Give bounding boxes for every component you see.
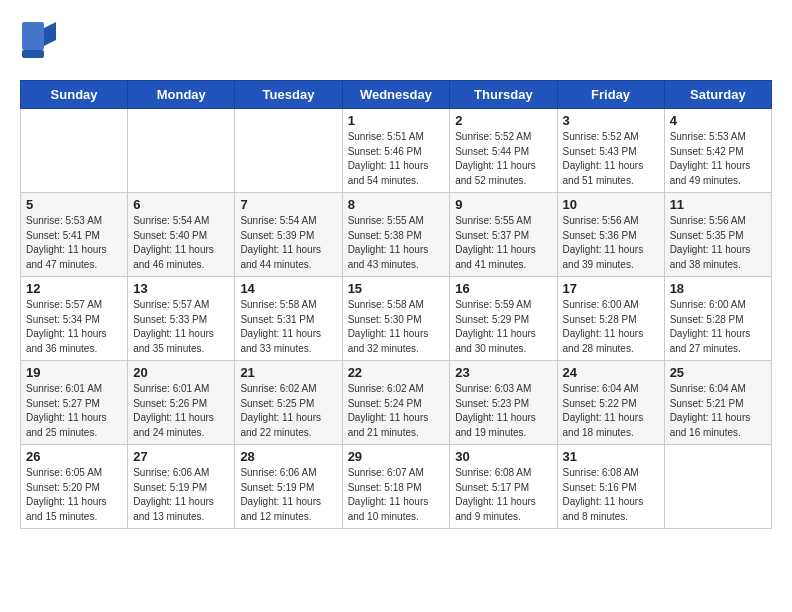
calendar-cell: 17Sunrise: 6:00 AMSunset: 5:28 PMDayligh… [557,277,664,361]
calendar-week-5: 26Sunrise: 6:05 AMSunset: 5:20 PMDayligh… [21,445,772,529]
day-number: 7 [240,197,336,212]
calendar-cell: 23Sunrise: 6:03 AMSunset: 5:23 PMDayligh… [450,361,557,445]
day-info: Sunrise: 5:55 AMSunset: 5:38 PMDaylight:… [348,214,445,272]
calendar-cell: 30Sunrise: 6:08 AMSunset: 5:17 PMDayligh… [450,445,557,529]
svg-marker-1 [44,22,56,46]
calendar-cell: 4Sunrise: 5:53 AMSunset: 5:42 PMDaylight… [664,109,771,193]
calendar-cell: 29Sunrise: 6:07 AMSunset: 5:18 PMDayligh… [342,445,450,529]
day-number: 15 [348,281,445,296]
weekday-header-saturday: Saturday [664,81,771,109]
day-number: 25 [670,365,766,380]
day-number: 21 [240,365,336,380]
calendar-cell: 14Sunrise: 5:58 AMSunset: 5:31 PMDayligh… [235,277,342,361]
day-number: 28 [240,449,336,464]
calendar-cell: 25Sunrise: 6:04 AMSunset: 5:21 PMDayligh… [664,361,771,445]
day-number: 6 [133,197,229,212]
calendar-cell: 26Sunrise: 6:05 AMSunset: 5:20 PMDayligh… [21,445,128,529]
day-info: Sunrise: 5:59 AMSunset: 5:29 PMDaylight:… [455,298,551,356]
page-container: SundayMondayTuesdayWednesdayThursdayFrid… [20,20,772,529]
day-number: 13 [133,281,229,296]
day-info: Sunrise: 5:58 AMSunset: 5:31 PMDaylight:… [240,298,336,356]
day-number: 27 [133,449,229,464]
calendar-cell: 2Sunrise: 5:52 AMSunset: 5:44 PMDaylight… [450,109,557,193]
day-info: Sunrise: 6:01 AMSunset: 5:26 PMDaylight:… [133,382,229,440]
day-number: 24 [563,365,659,380]
day-number: 29 [348,449,445,464]
calendar-cell: 19Sunrise: 6:01 AMSunset: 5:27 PMDayligh… [21,361,128,445]
day-info: Sunrise: 6:03 AMSunset: 5:23 PMDaylight:… [455,382,551,440]
day-info: Sunrise: 5:55 AMSunset: 5:37 PMDaylight:… [455,214,551,272]
calendar-cell: 27Sunrise: 6:06 AMSunset: 5:19 PMDayligh… [128,445,235,529]
day-number: 26 [26,449,122,464]
day-info: Sunrise: 6:07 AMSunset: 5:18 PMDaylight:… [348,466,445,524]
day-number: 5 [26,197,122,212]
day-info: Sunrise: 6:05 AMSunset: 5:20 PMDaylight:… [26,466,122,524]
day-info: Sunrise: 6:00 AMSunset: 5:28 PMDaylight:… [563,298,659,356]
day-info: Sunrise: 5:54 AMSunset: 5:39 PMDaylight:… [240,214,336,272]
calendar-cell: 9Sunrise: 5:55 AMSunset: 5:37 PMDaylight… [450,193,557,277]
weekday-header-wednesday: Wednesday [342,81,450,109]
day-number: 30 [455,449,551,464]
weekday-header-friday: Friday [557,81,664,109]
calendar-cell: 5Sunrise: 5:53 AMSunset: 5:41 PMDaylight… [21,193,128,277]
day-number: 14 [240,281,336,296]
day-info: Sunrise: 6:08 AMSunset: 5:17 PMDaylight:… [455,466,551,524]
calendar-week-3: 12Sunrise: 5:57 AMSunset: 5:34 PMDayligh… [21,277,772,361]
day-number: 10 [563,197,659,212]
calendar-week-4: 19Sunrise: 6:01 AMSunset: 5:27 PMDayligh… [21,361,772,445]
svg-rect-0 [22,22,44,50]
day-number: 19 [26,365,122,380]
day-info: Sunrise: 5:52 AMSunset: 5:44 PMDaylight:… [455,130,551,188]
day-number: 31 [563,449,659,464]
calendar-cell [128,109,235,193]
header [20,20,772,64]
day-number: 20 [133,365,229,380]
day-number: 1 [348,113,445,128]
day-info: Sunrise: 5:56 AMSunset: 5:35 PMDaylight:… [670,214,766,272]
day-info: Sunrise: 5:56 AMSunset: 5:36 PMDaylight:… [563,214,659,272]
weekday-header-monday: Monday [128,81,235,109]
calendar-cell: 13Sunrise: 5:57 AMSunset: 5:33 PMDayligh… [128,277,235,361]
day-number: 8 [348,197,445,212]
calendar-cell: 3Sunrise: 5:52 AMSunset: 5:43 PMDaylight… [557,109,664,193]
day-info: Sunrise: 5:52 AMSunset: 5:43 PMDaylight:… [563,130,659,188]
day-info: Sunrise: 6:06 AMSunset: 5:19 PMDaylight:… [240,466,336,524]
calendar-cell: 28Sunrise: 6:06 AMSunset: 5:19 PMDayligh… [235,445,342,529]
day-info: Sunrise: 6:02 AMSunset: 5:24 PMDaylight:… [348,382,445,440]
calendar-cell: 31Sunrise: 6:08 AMSunset: 5:16 PMDayligh… [557,445,664,529]
day-info: Sunrise: 5:54 AMSunset: 5:40 PMDaylight:… [133,214,229,272]
day-number: 23 [455,365,551,380]
calendar-cell: 8Sunrise: 5:55 AMSunset: 5:38 PMDaylight… [342,193,450,277]
calendar-cell: 6Sunrise: 5:54 AMSunset: 5:40 PMDaylight… [128,193,235,277]
day-info: Sunrise: 5:57 AMSunset: 5:34 PMDaylight:… [26,298,122,356]
logo-icon [20,20,56,64]
day-info: Sunrise: 6:06 AMSunset: 5:19 PMDaylight:… [133,466,229,524]
calendar-week-1: 1Sunrise: 5:51 AMSunset: 5:46 PMDaylight… [21,109,772,193]
day-number: 18 [670,281,766,296]
calendar-cell: 20Sunrise: 6:01 AMSunset: 5:26 PMDayligh… [128,361,235,445]
calendar-cell: 16Sunrise: 5:59 AMSunset: 5:29 PMDayligh… [450,277,557,361]
day-info: Sunrise: 6:04 AMSunset: 5:21 PMDaylight:… [670,382,766,440]
calendar-cell: 21Sunrise: 6:02 AMSunset: 5:25 PMDayligh… [235,361,342,445]
day-info: Sunrise: 5:51 AMSunset: 5:46 PMDaylight:… [348,130,445,188]
day-number: 12 [26,281,122,296]
day-info: Sunrise: 6:08 AMSunset: 5:16 PMDaylight:… [563,466,659,524]
day-number: 9 [455,197,551,212]
calendar-cell: 1Sunrise: 5:51 AMSunset: 5:46 PMDaylight… [342,109,450,193]
calendar-cell: 18Sunrise: 6:00 AMSunset: 5:28 PMDayligh… [664,277,771,361]
day-number: 17 [563,281,659,296]
calendar-cell: 10Sunrise: 5:56 AMSunset: 5:36 PMDayligh… [557,193,664,277]
weekday-header-row: SundayMondayTuesdayWednesdayThursdayFrid… [21,81,772,109]
day-info: Sunrise: 5:58 AMSunset: 5:30 PMDaylight:… [348,298,445,356]
day-info: Sunrise: 5:53 AMSunset: 5:41 PMDaylight:… [26,214,122,272]
calendar-cell: 11Sunrise: 5:56 AMSunset: 5:35 PMDayligh… [664,193,771,277]
day-number: 22 [348,365,445,380]
day-info: Sunrise: 6:01 AMSunset: 5:27 PMDaylight:… [26,382,122,440]
day-info: Sunrise: 6:04 AMSunset: 5:22 PMDaylight:… [563,382,659,440]
calendar-table: SundayMondayTuesdayWednesdayThursdayFrid… [20,80,772,529]
calendar-cell [21,109,128,193]
svg-rect-2 [22,50,44,58]
day-number: 16 [455,281,551,296]
day-number: 2 [455,113,551,128]
calendar-cell: 7Sunrise: 5:54 AMSunset: 5:39 PMDaylight… [235,193,342,277]
